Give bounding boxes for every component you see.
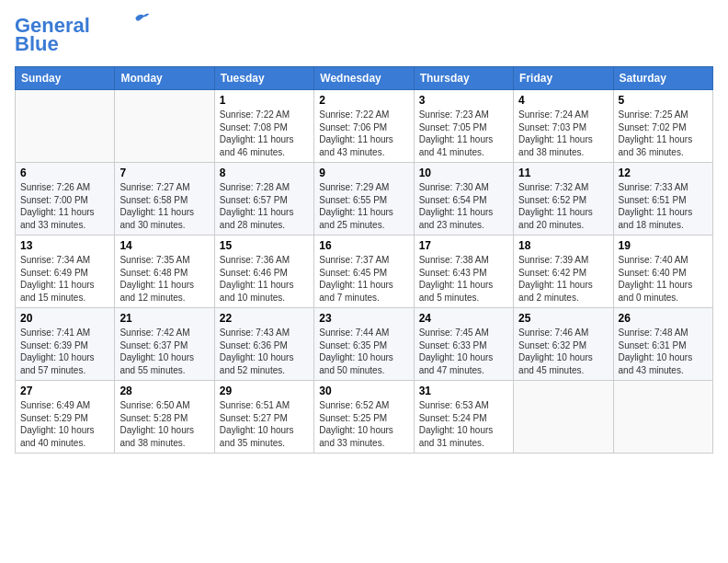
day-number: 4 [518, 94, 608, 107]
calendar-cell: 7Sunrise: 7:27 AM Sunset: 6:58 PM Daylig… [115, 163, 214, 236]
day-number: 25 [518, 312, 608, 325]
calendar-week-row: 13Sunrise: 7:34 AM Sunset: 6:49 PM Dayli… [16, 236, 713, 308]
day-info: Sunrise: 6:51 AM Sunset: 5:27 PM Dayligh… [220, 399, 309, 449]
day-number: 30 [319, 385, 408, 397]
day-number: 2 [319, 94, 408, 107]
calendar-cell: 19Sunrise: 7:40 AM Sunset: 6:40 PM Dayli… [613, 236, 712, 308]
day-info: Sunrise: 7:29 AM Sunset: 6:55 PM Dayligh… [319, 181, 408, 231]
calendar-cell: 9Sunrise: 7:29 AM Sunset: 6:55 PM Daylig… [314, 163, 414, 236]
dow-header: Monday [115, 67, 214, 90]
calendar-cell: 27Sunrise: 6:49 AM Sunset: 5:29 PM Dayli… [16, 381, 115, 454]
calendar-cell: 23Sunrise: 7:44 AM Sunset: 6:35 PM Dayli… [314, 308, 414, 381]
calendar-cell: 1Sunrise: 7:22 AM Sunset: 7:08 PM Daylig… [214, 90, 313, 163]
dow-header: Tuesday [214, 67, 313, 90]
calendar-cell: 6Sunrise: 7:26 AM Sunset: 7:00 PM Daylig… [16, 163, 115, 236]
day-info: Sunrise: 7:42 AM Sunset: 6:37 PM Dayligh… [119, 327, 209, 376]
day-info: Sunrise: 7:43 AM Sunset: 6:36 PM Dayligh… [220, 327, 309, 376]
day-number: 28 [119, 385, 209, 397]
day-info: Sunrise: 7:39 AM Sunset: 6:42 PM Dayligh… [518, 254, 608, 304]
calendar-cell: 28Sunrise: 6:50 AM Sunset: 5:28 PM Dayli… [115, 381, 214, 454]
calendar-cell: 15Sunrise: 7:36 AM Sunset: 6:46 PM Dayli… [214, 236, 313, 308]
calendar-cell: 24Sunrise: 7:45 AM Sunset: 6:33 PM Dayli… [414, 308, 513, 381]
calendar-cell: 17Sunrise: 7:38 AM Sunset: 6:43 PM Dayli… [414, 236, 513, 308]
calendar-week-row: 27Sunrise: 6:49 AM Sunset: 5:29 PM Dayli… [16, 381, 713, 454]
day-info: Sunrise: 7:44 AM Sunset: 6:35 PM Dayligh… [319, 327, 408, 376]
day-info: Sunrise: 7:40 AM Sunset: 6:40 PM Dayligh… [619, 254, 708, 304]
day-info: Sunrise: 6:49 AM Sunset: 5:29 PM Dayligh… [20, 399, 109, 449]
day-number: 8 [220, 167, 309, 179]
day-info: Sunrise: 7:38 AM Sunset: 6:43 PM Dayligh… [419, 254, 508, 304]
day-info: Sunrise: 7:30 AM Sunset: 6:54 PM Dayligh… [419, 181, 508, 231]
day-number: 17 [419, 239, 508, 252]
calendar-cell: 10Sunrise: 7:30 AM Sunset: 6:54 PM Dayli… [414, 163, 513, 236]
day-info: Sunrise: 7:26 AM Sunset: 7:00 PM Dayligh… [20, 181, 109, 231]
day-number: 26 [619, 312, 708, 325]
day-number: 14 [119, 239, 209, 252]
calendar-cell: 13Sunrise: 7:34 AM Sunset: 6:49 PM Dayli… [16, 236, 115, 308]
calendar-cell: 4Sunrise: 7:24 AM Sunset: 7:03 PM Daylig… [514, 90, 613, 163]
calendar-cell: 3Sunrise: 7:23 AM Sunset: 7:05 PM Daylig… [414, 90, 513, 163]
calendar-week-row: 6Sunrise: 7:26 AM Sunset: 7:00 PM Daylig… [16, 163, 713, 236]
calendar-week-row: 20Sunrise: 7:41 AM Sunset: 6:39 PM Dayli… [16, 308, 713, 381]
day-number: 31 [419, 385, 508, 397]
dow-header: Thursday [414, 67, 513, 90]
day-info: Sunrise: 7:24 AM Sunset: 7:03 PM Dayligh… [518, 109, 608, 158]
bird-icon [134, 11, 151, 24]
day-number: 22 [220, 312, 309, 325]
day-number: 5 [619, 94, 708, 107]
calendar-cell: 16Sunrise: 7:37 AM Sunset: 6:45 PM Dayli… [314, 236, 414, 308]
calendar-cell: 5Sunrise: 7:25 AM Sunset: 7:02 PM Daylig… [613, 90, 712, 163]
day-info: Sunrise: 7:34 AM Sunset: 6:49 PM Dayligh… [20, 254, 109, 304]
day-info: Sunrise: 7:32 AM Sunset: 6:52 PM Dayligh… [518, 181, 608, 231]
day-info: Sunrise: 7:28 AM Sunset: 6:57 PM Dayligh… [220, 181, 309, 231]
day-number: 24 [419, 312, 508, 325]
day-info: Sunrise: 6:50 AM Sunset: 5:28 PM Dayligh… [119, 399, 209, 449]
calendar-cell: 18Sunrise: 7:39 AM Sunset: 6:42 PM Dayli… [514, 236, 613, 308]
day-info: Sunrise: 7:45 AM Sunset: 6:33 PM Dayligh… [419, 327, 508, 376]
day-number: 6 [20, 167, 109, 179]
calendar-week-row: 1Sunrise: 7:22 AM Sunset: 7:08 PM Daylig… [16, 90, 713, 163]
calendar-cell: 29Sunrise: 6:51 AM Sunset: 5:27 PM Dayli… [214, 381, 313, 454]
day-info: Sunrise: 7:27 AM Sunset: 6:58 PM Dayligh… [119, 181, 209, 231]
day-number: 15 [220, 239, 309, 252]
dow-header: Saturday [613, 67, 712, 90]
page-header: General Blue [15, 15, 713, 55]
day-number: 1 [220, 94, 309, 107]
day-info: Sunrise: 7:25 AM Sunset: 7:02 PM Dayligh… [619, 109, 708, 158]
day-info: Sunrise: 7:22 AM Sunset: 7:06 PM Dayligh… [319, 109, 408, 158]
day-number: 3 [419, 94, 508, 107]
calendar-cell [16, 90, 115, 163]
calendar-cell: 11Sunrise: 7:32 AM Sunset: 6:52 PM Dayli… [514, 163, 613, 236]
day-number: 27 [20, 385, 109, 397]
day-info: Sunrise: 7:41 AM Sunset: 6:39 PM Dayligh… [20, 327, 109, 376]
day-number: 12 [619, 167, 708, 179]
calendar-body: 1Sunrise: 7:22 AM Sunset: 7:08 PM Daylig… [16, 90, 713, 454]
day-number: 7 [119, 167, 209, 179]
day-number: 23 [319, 312, 408, 325]
calendar-table: SundayMondayTuesdayWednesdayThursdayFrid… [15, 66, 713, 454]
day-number: 11 [518, 167, 608, 179]
day-number: 20 [20, 312, 109, 325]
day-number: 16 [319, 239, 408, 252]
day-info: Sunrise: 7:22 AM Sunset: 7:08 PM Dayligh… [220, 109, 309, 158]
day-info: Sunrise: 7:23 AM Sunset: 7:05 PM Dayligh… [419, 109, 508, 158]
day-number: 18 [518, 239, 608, 252]
day-number: 29 [220, 385, 309, 397]
calendar-cell: 20Sunrise: 7:41 AM Sunset: 6:39 PM Dayli… [16, 308, 115, 381]
day-info: Sunrise: 7:48 AM Sunset: 6:31 PM Dayligh… [619, 327, 708, 376]
calendar-cell: 25Sunrise: 7:46 AM Sunset: 6:32 PM Dayli… [514, 308, 613, 381]
days-of-week-row: SundayMondayTuesdayWednesdayThursdayFrid… [16, 67, 713, 90]
calendar-cell: 30Sunrise: 6:52 AM Sunset: 5:25 PM Dayli… [314, 381, 414, 454]
calendar-cell [115, 90, 214, 163]
day-number: 13 [20, 239, 109, 252]
calendar-cell: 14Sunrise: 7:35 AM Sunset: 6:48 PM Dayli… [115, 236, 214, 308]
calendar-cell: 31Sunrise: 6:53 AM Sunset: 5:24 PM Dayli… [414, 381, 513, 454]
day-info: Sunrise: 7:37 AM Sunset: 6:45 PM Dayligh… [319, 254, 408, 304]
calendar-cell: 12Sunrise: 7:33 AM Sunset: 6:51 PM Dayli… [613, 163, 712, 236]
day-info: Sunrise: 6:52 AM Sunset: 5:25 PM Dayligh… [319, 399, 408, 449]
day-info: Sunrise: 7:35 AM Sunset: 6:48 PM Dayligh… [119, 254, 209, 304]
calendar-cell [514, 381, 613, 454]
day-number: 19 [619, 239, 708, 252]
day-info: Sunrise: 7:46 AM Sunset: 6:32 PM Dayligh… [518, 327, 608, 376]
calendar-cell: 8Sunrise: 7:28 AM Sunset: 6:57 PM Daylig… [214, 163, 313, 236]
